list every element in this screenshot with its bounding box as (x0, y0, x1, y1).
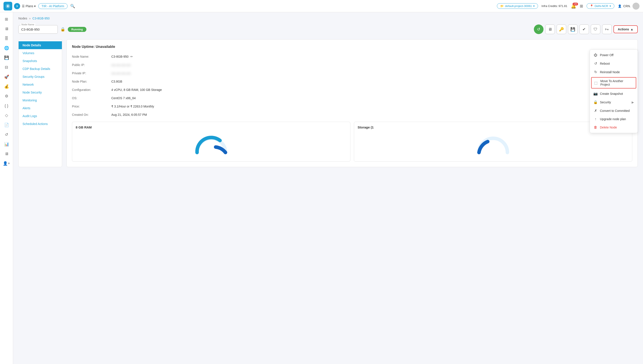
region-selector[interactable]: 📍 Delhi-NCR ▾ (586, 3, 614, 9)
sidebar-item-audit-logs[interactable]: Audit Logs (19, 112, 62, 120)
dropdown-item-create-snapshot[interactable]: 📷 Create Snapshot (590, 89, 637, 98)
sidebar-icon-chevron[interactable]: ◇ (2, 111, 11, 120)
sidebar-item-scheduled-actions[interactable]: Scheduled Actions (19, 120, 62, 128)
created-on-value: Aug 21, 2024, 6:05:57 PM (111, 113, 147, 116)
shield-check-btn[interactable]: ✔ (579, 24, 589, 34)
sidebar-icon-rocket[interactable]: 🚀 (2, 72, 11, 81)
top-nav: ☰ Plans ▾ TIR - AI Platform 🔍 📁 default-… (0, 0, 643, 12)
refresh-btn[interactable]: ↺ (534, 24, 543, 34)
ram-gauge (76, 132, 347, 158)
breadcrumb: Nodes » C3-8GB-950 (18, 16, 638, 20)
sidebar-item-monitoring[interactable]: Monitoring (19, 96, 62, 104)
sidebar-item-security-groups[interactable]: Security Groups (19, 73, 62, 80)
storage-gauge (358, 132, 628, 158)
console-btn[interactable]: 🖥 (545, 24, 555, 34)
security-icon: 🔒 (593, 100, 598, 104)
create-snapshot-icon: 📷 (593, 92, 598, 96)
project-selector[interactable]: 📁 default-project-30061 ▾ (497, 3, 538, 9)
node-name-dropdown[interactable]: C3-8GB-950 (18, 25, 58, 34)
plans-chevron-icon: ▾ (34, 4, 36, 8)
breadcrumb-current-node: C3-8GB-950 (32, 16, 50, 20)
sidebar-icon-add-user[interactable]: 👤+ (2, 159, 11, 168)
folder-icon: 📁 (500, 4, 504, 8)
sidebar-icon-storage[interactable]: 💾 (2, 53, 11, 62)
security-arrow-icon: ▶ (632, 100, 634, 104)
sidebar-item-alerts[interactable]: Alerts (19, 104, 62, 112)
sidebar-icon-database[interactable]: 🗄 (2, 34, 11, 43)
dropdown-item-reinstall[interactable]: ↻ Reinstall Node (590, 68, 637, 76)
sidebar-icon-chart[interactable]: 📊 (2, 140, 11, 148)
sidebar-icon-settings[interactable]: ⚙ (2, 92, 11, 100)
plans-icon: ☰ (22, 4, 25, 8)
node-name-label: Node Name (21, 23, 35, 26)
edit-node-name-icon[interactable]: ✏ (130, 55, 133, 58)
sidebar-icon-code[interactable]: { } (2, 102, 11, 110)
field-label-created-on: Created On: (72, 112, 111, 117)
configuration-value: 4 vCPU, 8 GB RAM, 100 GB Storage (111, 88, 162, 92)
reboot-label: Reboot (600, 62, 610, 65)
dropdown-item-move-project[interactable]: ⬚ Move To Another Project (591, 77, 636, 88)
field-label-price: Price: (72, 104, 111, 109)
sidebar-icon-servers[interactable]: 🖥 (2, 24, 11, 33)
location-icon: 📍 (590, 4, 593, 8)
node-info-grid: Node Name: C3-8GB-950 ✏ Public IP: xxx.x… (72, 54, 632, 117)
sidebar-icon-grid[interactable]: ⊟ (2, 63, 11, 72)
actions-chevron-icon: ▲ (630, 28, 633, 31)
dropdown-item-reboot[interactable]: ↺ Reboot (590, 59, 637, 68)
status-badge: Running (68, 27, 86, 32)
tir-btn[interactable]: TIR - AI Platform (38, 3, 67, 9)
sidebar-item-cdp-backup[interactable]: CDP Backup Details (19, 65, 62, 73)
storage-gauge-svg (476, 135, 511, 155)
sidebar-icon-billing[interactable]: 💰 (2, 82, 11, 91)
move-project-label: Move To Another Project (600, 79, 633, 86)
save-btn[interactable]: 💾 (568, 24, 578, 34)
content-area: Node Details Volumes Snapshots CDP Backu… (18, 39, 638, 167)
sidebar-icon-monitor[interactable]: 🖥 (2, 150, 11, 158)
sidebar-icon-refresh[interactable]: ↺ (2, 130, 11, 139)
side-navigation: Node Details Volumes Snapshots CDP Backu… (18, 39, 62, 167)
breadcrumb-nodes[interactable]: Nodes (18, 16, 27, 20)
sidebar-icon-file[interactable]: 📄 (2, 120, 11, 129)
sidebar-icon-dashboard[interactable]: ⊞ (2, 15, 11, 24)
field-label-node-plan: Node Plan: (72, 79, 111, 84)
key2-btn[interactable]: 🗝 (602, 24, 612, 34)
dropdown-item-power-off[interactable]: ⏻ Power Off (590, 51, 637, 59)
field-value-configuration: 4 vCPU, 8 GB RAM, 100 GB Storage (111, 87, 632, 92)
expand-btn[interactable] (14, 3, 20, 9)
dropdown-item-delete[interactable]: 🗑 Delete Node (590, 123, 637, 132)
actions-dropdown-btn[interactable]: Actions ▲ (613, 25, 638, 33)
node-name-selector[interactable]: Node Name C3-8GB-950 (18, 25, 58, 34)
sidebar-item-node-details[interactable]: Node Details (19, 41, 62, 49)
notification-badge: 189 (573, 2, 578, 6)
logo[interactable] (4, 2, 12, 10)
price-value: ₹ 3.1/Hour or ₹ 2263.0 Monthly (111, 105, 154, 108)
dropdown-item-security[interactable]: 🔒 Security ▶ (590, 98, 637, 106)
dropdown-item-upgrade[interactable]: ↑ Upgrade node plan (590, 115, 637, 123)
user-menu[interactable]: 👤 CRN. (618, 2, 639, 10)
key-btn[interactable]: 🔑 (557, 24, 566, 34)
ram-chart-title: 8 GB RAM (76, 126, 347, 129)
sidebar-item-volumes[interactable]: Volumes (19, 49, 62, 57)
notifications-btn[interactable]: 🔔 189 (571, 4, 576, 9)
power-off-label: Power Off (600, 53, 613, 57)
sidebar-item-network[interactable]: Network (19, 80, 62, 88)
project-chevron-icon: ▾ (533, 4, 535, 8)
lock-icon: 🔒 (60, 27, 65, 32)
grid-apps-btn[interactable]: ⊞ (580, 4, 583, 8)
node-uptime: Node Uptime: Unavailable (72, 45, 632, 49)
breadcrumb-separator: » (29, 16, 31, 20)
charts-row: 8 GB RAM Storage (1 (72, 122, 632, 162)
field-value-node-name: C3-8GB-950 ✏ (111, 54, 632, 59)
delete-icon: 🗑 (593, 126, 598, 129)
sidebar-item-snapshots[interactable]: Snapshots (19, 57, 62, 65)
field-value-public-ip: xxx.xxx.xxx.xxx (111, 62, 632, 68)
node-plan-value: C3.8GB (111, 80, 122, 83)
dropdown-item-convert[interactable]: ✗ Convert to Committed (590, 106, 637, 115)
sidebar-icon-network[interactable]: 🌐 (2, 44, 11, 52)
shield-btn[interactable]: 🛡 (591, 24, 600, 34)
plans-btn[interactable]: ☰ Plans ▾ (22, 4, 36, 8)
search-btn[interactable]: 🔍 (70, 4, 75, 8)
field-label-public-ip: Public IP: (72, 62, 111, 68)
sidebar-item-node-security[interactable]: Node Security (19, 88, 62, 96)
uptime-value: Unavailable (96, 45, 115, 48)
